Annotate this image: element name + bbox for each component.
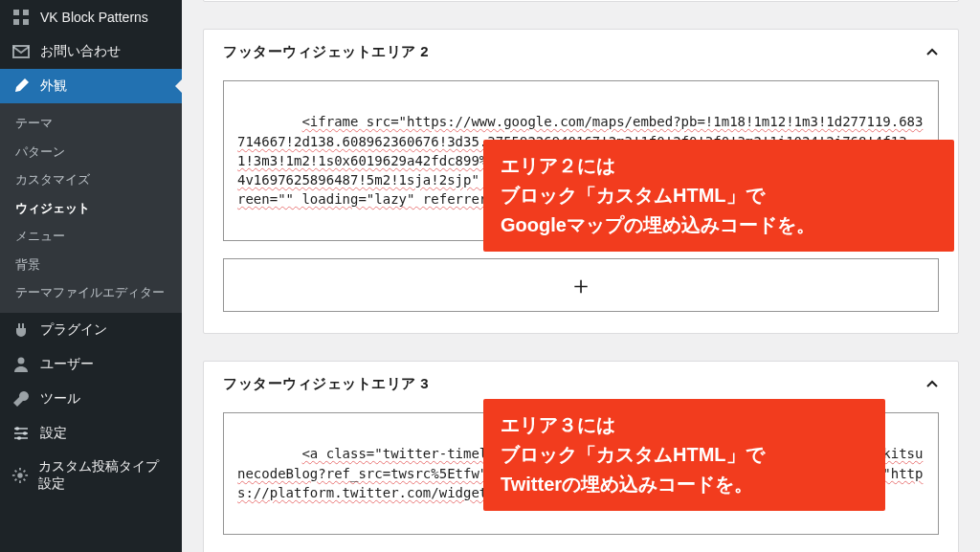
sidebar-item-label: お問い合わせ: [40, 43, 121, 60]
brush-icon: [11, 77, 31, 96]
submenu-item-widgets[interactable]: ウィジェット: [0, 194, 182, 223]
svg-point-6: [15, 427, 19, 431]
sidebar-item-label: ユーザー: [40, 356, 94, 373]
sidebar-item-label: カスタム投稿タイプ設定: [38, 458, 170, 493]
svg-rect-3: [23, 19, 29, 25]
user-icon: [11, 355, 31, 374]
sidebar-submenu-appearance: テーマ パターン カスタマイズ ウィジェット メニュー 背景 テーマファイルエデ…: [0, 103, 182, 313]
submenu-item-background[interactable]: 背景: [0, 251, 182, 279]
plus-icon: ＋: [568, 269, 593, 302]
svg-point-8: [17, 436, 21, 440]
add-block-button[interactable]: ＋: [223, 258, 939, 312]
sidebar-item-settings[interactable]: 設定: [0, 416, 182, 451]
widget-area-panel-prev: [203, 0, 959, 2]
sidebar-item-tools[interactable]: ツール: [0, 382, 182, 416]
chevron-up-icon: [925, 46, 939, 59]
svg-point-9: [17, 473, 22, 477]
submenu-item-customize[interactable]: カスタマイズ: [0, 166, 182, 194]
sidebar-item-label: 外観: [40, 77, 67, 95]
panel-header[interactable]: フッターウィジェットエリア 2: [204, 30, 958, 75]
sidebar-item-label: VK Block Patterns: [40, 10, 148, 25]
annotation-area2: エリア２には ブロック「カスタムHTML」で Googleマップの埋め込みコード…: [483, 140, 954, 252]
plug-icon: [11, 320, 31, 340]
submenu-item-theme-editor[interactable]: テーマファイルエディター: [0, 278, 182, 307]
submenu-item-themes[interactable]: テーマ: [0, 109, 182, 138]
sidebar-item-plugins[interactable]: プラグイン: [0, 313, 182, 347]
svg-point-5: [18, 357, 25, 364]
sidebar-item-label: ツール: [40, 390, 80, 408]
svg-point-7: [23, 431, 27, 435]
submenu-item-patterns[interactable]: パターン: [0, 138, 182, 166]
sidebar-item-label: 設定: [40, 425, 67, 442]
admin-sidebar: VK Block Patterns お問い合わせ 外観 テーマ パターン カスタ…: [0, 0, 182, 552]
submenu-item-menus[interactable]: メニュー: [0, 222, 182, 251]
svg-rect-1: [23, 10, 29, 15]
sidebar-item-users[interactable]: ユーザー: [0, 347, 182, 382]
grid-icon: [11, 8, 31, 27]
sliders-icon: [11, 424, 31, 443]
panel-title: フッターウィジェットエリア 2: [223, 43, 429, 61]
sidebar-item-appearance[interactable]: 外観: [0, 69, 182, 103]
annotation-area3: エリア３には ブロック「カスタムHTML」で Twitterの埋め込みコードを。: [483, 399, 885, 511]
panel-title: フッターウィジェットエリア 3: [223, 375, 429, 393]
wrench-icon: [11, 389, 31, 408]
mail-icon: [11, 42, 31, 61]
svg-rect-0: [13, 10, 19, 15]
chevron-up-icon: [925, 378, 939, 391]
sidebar-item-cpt-settings[interactable]: カスタム投稿タイプ設定: [0, 451, 182, 500]
svg-rect-2: [13, 19, 19, 25]
sidebar-item-vk-patterns[interactable]: VK Block Patterns: [0, 0, 182, 34]
gear-icon: [11, 466, 29, 485]
sidebar-item-label: プラグイン: [40, 321, 107, 339]
sidebar-item-contact[interactable]: お問い合わせ: [0, 34, 182, 69]
